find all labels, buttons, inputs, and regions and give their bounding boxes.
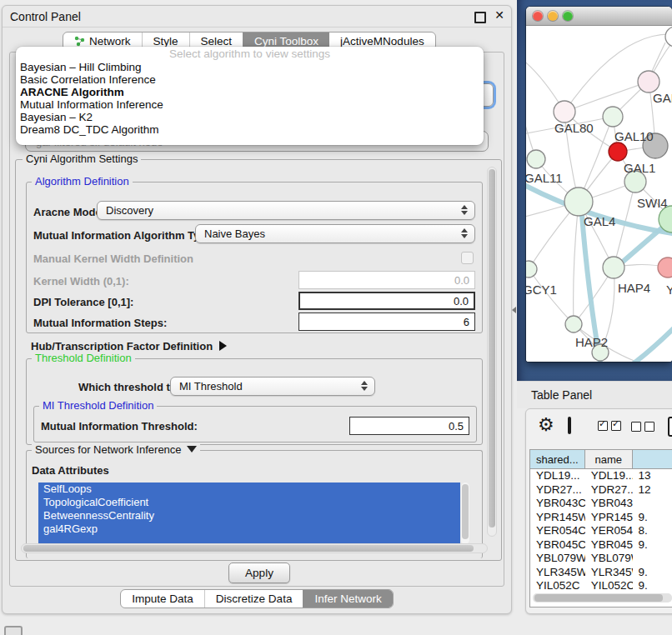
- node-label-gal10: GAL10: [614, 129, 654, 143]
- algorithm-option-bayesian-k2[interactable]: Bayesian – K2: [16, 111, 484, 123]
- bottom-tab-infer-network[interactable]: Infer Network: [303, 590, 392, 608]
- network-canvas[interactable]: GALGAL80GAL10GAL1GAL11SWI4GAL4GCY1HAP4YH…: [526, 26, 672, 362]
- settings-vertical-scrollbar[interactable]: [487, 167, 497, 537]
- network-node[interactable]: [565, 316, 582, 332]
- network-window-titlebar[interactable]: [526, 7, 672, 26]
- table-mode-icon[interactable]: [668, 417, 672, 437]
- algorithm-option-aracne-algorithm[interactable]: ARACNE Algorithm: [16, 86, 484, 98]
- network-node[interactable]: [665, 27, 672, 47]
- network-node[interactable]: [609, 142, 627, 161]
- table-header-row: shared...name: [530, 450, 672, 469]
- attribute-topologicalcoefficient[interactable]: TopologicalCoefficient: [38, 496, 460, 509]
- table-row[interactable]: YPR145WYPR145W9.: [530, 511, 672, 525]
- table-cell: [633, 552, 672, 566]
- column-header-shared[interactable]: shared...: [530, 450, 585, 468]
- cyni-bottom-tabs: Impute DataDiscretize DataInfer Network: [120, 589, 393, 608]
- network-node[interactable]: [526, 261, 537, 278]
- select-all-checkboxes-icon[interactable]: [598, 421, 621, 431]
- attributes-list-scrollbar[interactable]: [461, 482, 469, 544]
- network-node[interactable]: [554, 101, 575, 122]
- mac-minimize-icon[interactable]: [548, 11, 558, 21]
- mac-close-icon[interactable]: [533, 11, 543, 21]
- algorithm-option-mutual-information-inference[interactable]: Mutual Information Inference: [16, 98, 484, 111]
- table-panel: ⚙ shared...name YDL19...YDL19...13YDR27.…: [525, 408, 672, 614]
- table-row[interactable]: YLR345WYLR345W9.: [530, 566, 672, 580]
- node-label-hap2: HAP2: [575, 335, 608, 349]
- bottom-tab-discretize-data-label: Discretize Data: [216, 592, 293, 605]
- data-attributes-list[interactable]: SelfLoopsTopologicalCoefficientBetweenne…: [38, 482, 460, 544]
- attribute-gal4rgexp[interactable]: gal4RGexp: [38, 522, 460, 536]
- network-node[interactable]: [603, 257, 624, 278]
- spinner-arrows-icon: [361, 381, 368, 391]
- bottom-tab-discretize-data[interactable]: Discretize Data: [204, 590, 303, 608]
- algorithm-option-basic-correlation-inference[interactable]: Basic Correlation Inference: [16, 73, 484, 86]
- mi-steps-field[interactable]: [298, 312, 475, 331]
- gear-icon[interactable]: ⚙: [538, 416, 554, 434]
- attribute-selfloops[interactable]: SelfLoops: [38, 482, 460, 496]
- bottom-tab-impute-data[interactable]: Impute Data: [121, 590, 204, 608]
- table-row[interactable]: YER054CYER054C8.: [530, 524, 672, 538]
- panel-splitter-handle[interactable]: [512, 307, 516, 313]
- algorithm-option-dream8-dc-tdc-algorithm[interactable]: Dream8 DC_TDC Algorithm: [16, 123, 484, 136]
- split-columns-icon[interactable]: [568, 417, 571, 434]
- table-row[interactable]: YBR043CYBR043C: [530, 497, 672, 511]
- node-label-gcy1: GCY1: [526, 282, 557, 297]
- column-header-col2[interactable]: [633, 450, 672, 468]
- attribute-betweennesscentrality[interactable]: BetweennessCentrality: [38, 509, 460, 522]
- apply-button[interactable]: Apply: [228, 562, 290, 583]
- table-row[interactable]: YBR045CYBR045C9.: [530, 538, 672, 552]
- column-header-name[interactable]: name: [585, 450, 633, 468]
- table-cell: YBL079W: [585, 552, 633, 566]
- threshold-definition-title: Threshold Definition: [32, 352, 135, 364]
- aracne-mode-select[interactable]: Discovery: [97, 201, 475, 220]
- network-node[interactable]: [527, 150, 545, 168]
- settings-horizontal-scrollbar[interactable]: [21, 543, 488, 553]
- network-node[interactable]: [638, 71, 659, 92]
- table-toolbar: ⚙: [526, 409, 672, 446]
- network-view-window[interactable]: GALGAL80GAL10GAL1GAL11SWI4GAL4GCY1HAP4YH…: [526, 7, 672, 362]
- table-cell: 9.: [633, 566, 672, 580]
- network-node[interactable]: [603, 107, 623, 127]
- float-panel-icon[interactable]: [474, 12, 486, 23]
- close-icon[interactable]: ✕: [494, 8, 504, 22]
- bottom-tab-infer-network-label: Infer Network: [314, 592, 381, 605]
- mac-zoom-icon[interactable]: [563, 11, 573, 21]
- tab-style-label: Style: [153, 35, 178, 48]
- manual-kernel-width-checkbox[interactable]: [461, 252, 474, 264]
- table-row[interactable]: YDR27...YDR27...12: [530, 483, 672, 498]
- kernel-width-field[interactable]: [298, 271, 475, 289]
- mi-algorithm-type-value: Naive Bayes: [204, 228, 265, 240]
- mi-algorithm-type-select[interactable]: Naive Bayes: [195, 224, 475, 243]
- node-label-gal11: GAL11: [526, 171, 563, 185]
- table-row[interactable]: YIL052CYIL052C9.: [530, 579, 672, 591]
- dpi-tolerance-field[interactable]: [298, 292, 475, 310]
- table-cell: YLR345W: [585, 566, 633, 580]
- algorithm-option-bayesian-hill-climbing[interactable]: Bayesian – Hill Climbing: [16, 61, 484, 73]
- tab-cyni-toolbox-label: Cyni Toolbox: [254, 35, 318, 48]
- network-node[interactable]: [658, 258, 672, 278]
- table-cell: YPR145W: [530, 511, 585, 525]
- minimized-panel-button[interactable]: [4, 626, 23, 635]
- network-node[interactable]: [564, 188, 593, 216]
- table-cell: 8.: [633, 524, 672, 538]
- aracne-mode-label: Aracne Mode:: [33, 206, 105, 218]
- table-row[interactable]: YBL079WYBL079W: [530, 552, 672, 566]
- deselect-all-checkboxes-icon[interactable]: [631, 422, 654, 432]
- table-cell: YER054C: [585, 524, 633, 538]
- which-threshold-select[interactable]: MI Threshold: [170, 377, 375, 396]
- which-threshold-value: MI Threshold: [179, 380, 243, 392]
- mi-threshold-field[interactable]: [349, 417, 469, 435]
- table-cell: YBR045C: [530, 538, 585, 552]
- table-body: YDL19...YDL19...13YDR27...YDR27...12YBR0…: [530, 469, 672, 591]
- tab-select-label: Select: [201, 35, 233, 48]
- sources-toggle[interactable]: Sources for Network Inference: [32, 443, 200, 456]
- table-row[interactable]: YDL19...YDL19...13: [530, 469, 672, 483]
- table-horizontal-scrollbar[interactable]: [533, 593, 672, 602]
- mi-algorithm-type-label: Mutual Information Algorithm Type:: [33, 229, 216, 242]
- network-edge: [574, 202, 579, 324]
- table-cell: 9.: [633, 538, 672, 552]
- hub-definition-toggle[interactable]: Hub/Transcription Factor Definition: [31, 340, 227, 352]
- control-panel-titlebar: Control Panel ✕: [3, 6, 511, 28]
- algorithm-dropdown-list: Select algorithm to view settings Bayesi…: [16, 47, 484, 145]
- network-edge: [529, 269, 574, 324]
